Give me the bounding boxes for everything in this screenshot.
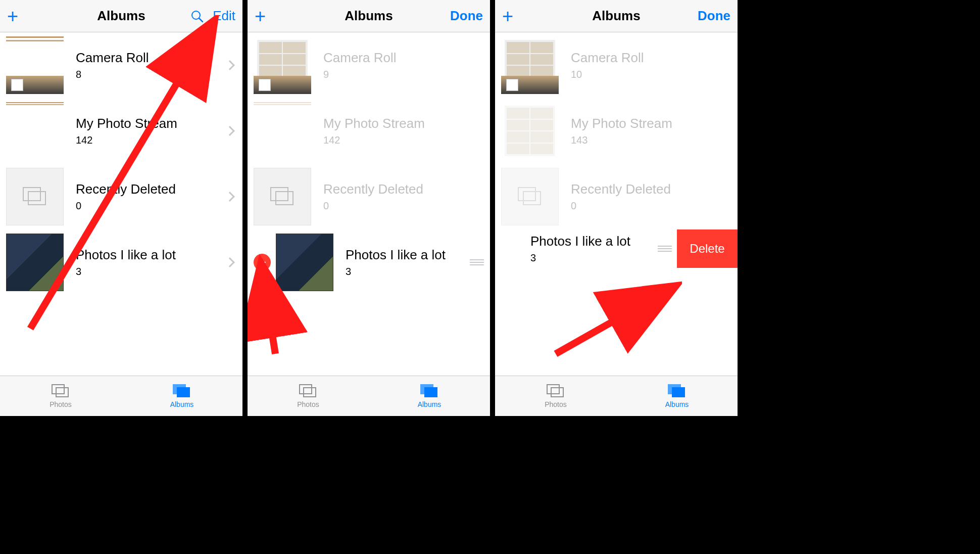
screen-1: + Albums Edit Camera Roll 8 <box>0 0 242 416</box>
album-count: 142 <box>323 134 484 146</box>
album-row-user-album[interactable]: Photos I like a lot 3 <box>0 229 242 295</box>
album-thumbnail <box>254 102 311 160</box>
chevron-right-icon <box>225 60 235 70</box>
svg-rect-12 <box>304 388 316 397</box>
album-thumbnail <box>6 234 64 291</box>
album-count: 0 <box>76 200 226 212</box>
album-count: 8 <box>76 69 226 80</box>
nav-bar: + Albums Done <box>495 0 738 32</box>
album-row-user-album-swiped[interactable]: Photos I like a lot 3 Delete <box>495 229 738 268</box>
album-list-editing[interactable]: Camera Roll 9 My Photo Stream 142 Recent… <box>248 32 490 376</box>
svg-rect-11 <box>300 385 312 394</box>
delete-minus-button[interactable]: − <box>254 254 271 271</box>
album-thumbnail <box>501 36 559 94</box>
tab-label: Albums <box>418 400 442 408</box>
album-row-camera-roll: Camera Roll 9 <box>248 32 490 98</box>
tab-bar: Photos Albums <box>248 376 490 416</box>
album-row-photo-stream: My Photo Stream 142 <box>248 98 490 164</box>
album-thumbnail <box>6 168 64 225</box>
album-thumbnail <box>254 168 311 225</box>
album-count: 3 <box>530 252 655 264</box>
reorder-handle-icon[interactable] <box>658 246 672 252</box>
album-title: My Photo Stream <box>76 116 226 131</box>
tab-albums[interactable]: Albums <box>369 376 490 416</box>
photos-tab-icon <box>52 384 70 398</box>
tab-photos[interactable]: Photos <box>0 376 121 416</box>
album-title: Recently Deleted <box>323 181 484 197</box>
svg-rect-21 <box>672 387 685 397</box>
chevron-right-icon <box>225 257 235 267</box>
album-title: Camera Roll <box>571 50 731 66</box>
album-title: My Photo Stream <box>323 116 484 131</box>
svg-rect-9 <box>271 188 288 201</box>
album-row-recently-deleted: Recently Deleted 0 <box>495 164 738 229</box>
tab-label: Albums <box>170 400 194 408</box>
album-count: 10 <box>571 69 731 80</box>
photos-tab-icon <box>547 384 565 398</box>
tab-photos[interactable]: Photos <box>248 376 369 416</box>
svg-rect-17 <box>523 192 541 205</box>
svg-rect-14 <box>424 387 437 397</box>
album-row-camera-roll[interactable]: Camera Roll 8 <box>0 32 242 98</box>
svg-rect-19 <box>551 388 563 397</box>
svg-rect-10 <box>276 192 293 205</box>
album-count: 9 <box>323 69 484 80</box>
chevron-right-icon <box>225 126 235 136</box>
screen-3: + Albums Done Camera Roll 10 My Photo St… <box>495 0 738 416</box>
album-thumbnail <box>276 234 333 291</box>
tab-albums[interactable]: Albums <box>121 376 242 416</box>
svg-rect-7 <box>177 387 190 397</box>
tab-bar: Photos Albums <box>0 376 242 416</box>
album-list[interactable]: Camera Roll 8 My Photo Stream 142 Rece <box>0 32 242 376</box>
svg-rect-3 <box>28 192 45 205</box>
album-count: 0 <box>571 200 731 212</box>
stack-photos-icon <box>517 187 543 207</box>
tab-label: Photos <box>50 400 72 408</box>
reorder-handle-icon[interactable] <box>470 259 484 265</box>
tab-bar: Photos Albums <box>495 376 738 416</box>
album-count: 143 <box>571 134 731 146</box>
stack-photos-icon <box>270 187 295 207</box>
album-count: 3 <box>346 266 467 278</box>
svg-rect-18 <box>547 385 559 394</box>
svg-rect-5 <box>56 388 68 397</box>
add-album-button[interactable]: + <box>7 7 18 26</box>
album-title: Photos I like a lot <box>346 247 467 263</box>
album-thumbnail <box>254 36 311 94</box>
chevron-right-icon <box>225 192 235 202</box>
delete-button[interactable]: Delete <box>677 229 738 268</box>
album-row-recently-deleted[interactable]: Recently Deleted 0 <box>0 164 242 229</box>
album-title: Photos I like a lot <box>76 247 226 263</box>
done-button[interactable]: Done <box>698 8 730 24</box>
tab-label: Albums <box>665 400 689 408</box>
nav-bar: + Albums Edit <box>0 0 242 32</box>
albums-tab-icon <box>173 384 191 398</box>
album-thumbnail <box>501 168 559 225</box>
albums-tab-icon <box>668 384 686 398</box>
done-button[interactable]: Done <box>450 8 483 24</box>
nav-bar: + Albums Done <box>248 0 490 32</box>
album-thumbnail <box>6 36 64 94</box>
album-title: My Photo Stream <box>571 116 731 131</box>
tab-photos[interactable]: Photos <box>495 376 616 416</box>
album-title: Recently Deleted <box>76 181 226 197</box>
photos-tab-icon <box>299 384 317 398</box>
add-album-button[interactable]: + <box>255 7 266 26</box>
album-count: 3 <box>76 266 226 278</box>
svg-line-1 <box>199 18 203 22</box>
tab-albums[interactable]: Albums <box>616 376 738 416</box>
album-thumbnail <box>501 102 559 160</box>
album-row-user-album-editing[interactable]: − Photos I like a lot 3 <box>248 229 490 295</box>
svg-rect-2 <box>23 188 40 201</box>
search-icon[interactable] <box>190 10 204 23</box>
album-row-photo-stream: My Photo Stream 143 <box>495 98 738 164</box>
edit-button[interactable]: Edit <box>213 8 235 24</box>
album-row-photo-stream[interactable]: My Photo Stream 142 <box>0 98 242 164</box>
album-title: Recently Deleted <box>571 181 731 197</box>
albums-tab-icon <box>420 384 438 398</box>
add-album-button[interactable]: + <box>502 7 513 26</box>
album-row-recently-deleted: Recently Deleted 0 <box>248 164 490 229</box>
album-count: 0 <box>323 200 484 212</box>
album-list-editing[interactable]: Camera Roll 10 My Photo Stream 143 Recen… <box>495 32 738 376</box>
album-title: Photos I like a lot <box>530 234 655 249</box>
